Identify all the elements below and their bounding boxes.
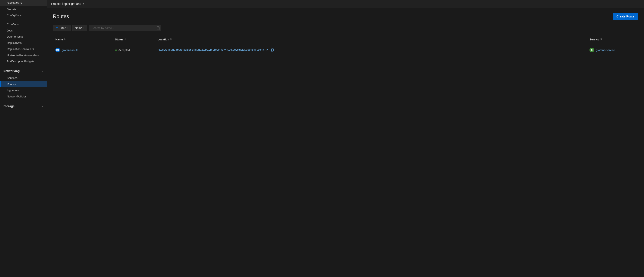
sidebar-workloads-section: CronJobs Jobs DaemonSets ReplicaSets Rep… [0, 21, 47, 64]
sidebar-item-daemonsets[interactable]: DaemonSets [0, 34, 47, 40]
create-route-button[interactable]: Create Route [613, 13, 638, 20]
sidebar-divider-2 [0, 66, 47, 66]
search-input-wrap: / [89, 25, 161, 31]
networking-chevron-icon: ▾ [42, 70, 43, 72]
project-dropdown-icon: ▾ [83, 2, 84, 5]
svg-rect-1 [272, 49, 274, 51]
sidebar-divider-1 [0, 20, 47, 20]
routes-table: Name ⇅ Status ⇅ Location ⇅ Service ⇅ [53, 35, 638, 56]
table-row: RT grafana-route ● Accepted https://graf… [53, 44, 638, 56]
name-select-label: Name [75, 26, 82, 29]
row-status-cell: ● Accepted [112, 47, 155, 53]
row-kebab-menu-button[interactable]: ⋮ [632, 47, 638, 53]
filter-label: Filter [60, 26, 66, 29]
sidebar-item-ingresses[interactable]: Ingresses [0, 87, 47, 93]
sidebar: StatefulSets Secrets ConfigMaps CronJobs… [0, 0, 47, 277]
sort-icon-location: ⇅ [170, 38, 172, 41]
column-header-service[interactable]: Service ⇅ [587, 37, 630, 42]
page-header: Routes Create Route [53, 13, 638, 20]
row-actions-cell: ⋮ [630, 46, 638, 54]
search-slash-hint: / [157, 26, 160, 30]
column-header-status[interactable]: Status ⇅ [112, 37, 155, 42]
sidebar-divider-3 [0, 101, 47, 101]
copy-url-button[interactable] [270, 48, 274, 52]
sidebar-item-secrets[interactable]: Secrets [0, 6, 47, 12]
sidebar-item-horizontalpodautoscalers[interactable]: HorizontalPodAutoscalers [0, 52, 47, 58]
sidebar-item-poddisruptionbudgets[interactable]: PodDisruptionBudgets [0, 58, 47, 64]
service-type-badge: S [590, 48, 594, 52]
sidebar-top-section: StatefulSets Secrets ConfigMaps [0, 0, 47, 18]
storage-label: Storage [4, 104, 14, 108]
column-header-location[interactable]: Location ⇅ [155, 37, 587, 42]
sidebar-item-statefulsets[interactable]: StatefulSets [0, 0, 47, 6]
filter-dropdown-icon: ▾ [67, 27, 68, 29]
open-external-button[interactable] [265, 48, 269, 52]
sort-icon-status: ⇅ [124, 38, 126, 41]
project-label: Project: kepler-grafana [51, 2, 81, 5]
sidebar-item-routes[interactable]: Routes [0, 81, 47, 87]
sidebar-item-services[interactable]: Services [0, 75, 47, 81]
topbar: Project: kepler-grafana ▾ [47, 0, 644, 8]
sidebar-networking-section: Services Routes Ingresses NetworkPolicie… [0, 75, 47, 100]
networking-label: Networking [4, 69, 20, 73]
service-name-link[interactable]: grafana-service [596, 48, 615, 52]
sidebar-category-networking[interactable]: Networking ▾ [0, 67, 47, 75]
route-name-link[interactable]: grafana-route [62, 48, 78, 52]
project-selector[interactable]: Project: kepler-grafana ▾ [51, 2, 84, 5]
filter-bar: ▼ Filter ▾ Name ▾ / [53, 25, 638, 31]
sidebar-item-replicasets[interactable]: ReplicaSets [0, 40, 47, 46]
sidebar-item-configmaps[interactable]: ConfigMaps [0, 12, 47, 18]
location-url-link[interactable]: https://grafana-route-kepler-grafana.app… [158, 48, 264, 51]
sidebar-item-jobs[interactable]: Jobs [0, 27, 47, 34]
sidebar-item-cronjobs[interactable]: CronJobs [0, 21, 47, 27]
sidebar-item-networkpolicies[interactable]: NetworkPolicies [0, 93, 47, 100]
column-header-actions [630, 37, 638, 42]
table-header: Name ⇅ Status ⇅ Location ⇅ Service ⇅ [53, 35, 638, 44]
column-header-name[interactable]: Name ⇅ [53, 37, 112, 42]
main-content: Project: kepler-grafana ▾ Routes Create … [47, 0, 644, 277]
row-service-cell: S grafana-service [587, 47, 630, 53]
sort-icon-name: ⇅ [64, 38, 66, 41]
name-select[interactable]: Name ▾ [72, 25, 87, 31]
filter-button[interactable]: ▼ Filter ▾ [53, 25, 70, 31]
filter-icon: ▼ [56, 26, 58, 29]
status-accepted-icon: ● [115, 48, 117, 52]
search-input[interactable] [89, 25, 161, 31]
storage-chevron-icon: ▾ [42, 105, 43, 107]
row-location-cell: https://grafana-route-kepler-grafana.app… [155, 47, 587, 53]
sidebar-item-replicationcontrollers[interactable]: ReplicationControllers [0, 46, 47, 52]
page-content: Routes Create Route ▼ Filter ▾ Name ▾ / [47, 8, 644, 277]
copy-icon [271, 48, 274, 51]
row-name-cell: RT grafana-route [53, 47, 112, 53]
page-title: Routes [53, 13, 69, 19]
sort-icon-service: ⇅ [600, 38, 602, 41]
status-text: Accepted [118, 48, 130, 52]
external-link-icon [266, 48, 268, 51]
sidebar-category-storage[interactable]: Storage ▾ [0, 102, 47, 110]
route-type-badge: RT [55, 48, 60, 52]
name-dropdown-icon: ▾ [83, 27, 84, 29]
